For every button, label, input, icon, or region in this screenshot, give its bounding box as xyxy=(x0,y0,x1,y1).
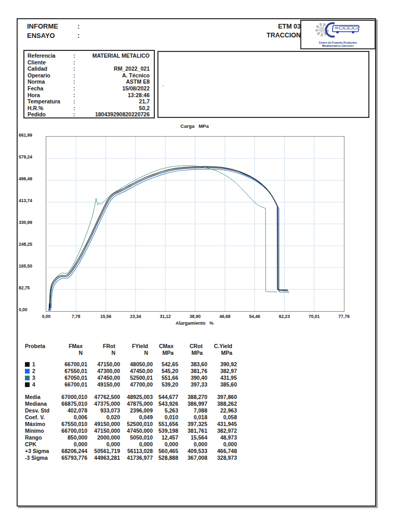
metadata-value: ASTM E8 xyxy=(81,78,150,85)
stats-value-cell: 466,748 xyxy=(193,448,237,455)
metadata-label: Cliente xyxy=(28,59,73,66)
metadata-colon: : xyxy=(73,92,81,99)
stress-strain-curves xyxy=(46,137,344,311)
company-logo-box: Centro de Fomento Productivo Metalmecáni… xyxy=(300,20,376,49)
stats-value-cell: 0,058 xyxy=(193,414,237,421)
x-tick-label: 38,90 xyxy=(184,314,207,319)
y-tick-label: 413,74 xyxy=(19,198,42,203)
x-tick-label: 31,12 xyxy=(154,314,177,319)
metadata-colon: : xyxy=(73,98,81,105)
results-table: ProbetaFMaxFRotFYieldCMaxCRotC.YieldNNNM… xyxy=(25,343,259,465)
ensayo-colon: : xyxy=(77,32,79,39)
metadata-value: RM_2022_021 xyxy=(81,65,150,72)
results-value-cell: 431,95 xyxy=(193,375,237,381)
metadata-label: H.R.% xyxy=(28,105,73,112)
metadata-value: MATERIAL METALICO xyxy=(81,52,150,59)
metadata-row: Referencia:MATERIAL METALICO xyxy=(28,52,150,59)
chart-title: Carga MPa xyxy=(46,123,343,129)
report-subtitle-row: ENSAYO : xyxy=(27,32,79,39)
report-page: INFORME : ENSAYO : ETM 03 TRACCION Centr… xyxy=(17,18,376,507)
y-tick-label: 661,99 xyxy=(19,132,42,138)
metadata-row: Pedido:180439290820220726 xyxy=(28,111,150,118)
x-tick-label: 0,00 xyxy=(35,314,58,319)
informe-label: INFORME xyxy=(27,22,77,30)
metadata-label: Pedido xyxy=(28,111,73,118)
metadata-label: Temperatura xyxy=(28,98,73,105)
metadata-colon: : xyxy=(73,105,81,112)
legend-swatch xyxy=(25,362,30,367)
metadata-value xyxy=(81,59,150,66)
note-dot: . xyxy=(163,82,164,87)
metadata-colon: : xyxy=(73,85,81,92)
notes-box: . xyxy=(157,51,369,118)
stats-value-cell: 397,860 xyxy=(193,394,237,401)
test-code-block: ETM 03 TRACCION xyxy=(267,22,301,40)
metadata-label: Fecha xyxy=(28,85,73,92)
metadata-colon: : xyxy=(73,59,81,66)
stats-value-cell: 431,945 xyxy=(193,421,237,428)
x-tick-label: 54,46 xyxy=(243,314,266,319)
y-tick-label: 0,00 xyxy=(19,307,42,312)
metadata-value: 180439290820220726 xyxy=(81,111,150,118)
x-tick-label: 23,34 xyxy=(124,314,147,319)
x-tick-label: 15,56 xyxy=(95,314,117,319)
test-name: TRACCION xyxy=(267,31,301,40)
stats-value-cell: 48,973 xyxy=(193,434,237,441)
x-tick-label: 46,68 xyxy=(214,314,236,319)
legend-swatch xyxy=(25,369,30,374)
metadata-value: 13:28:46 xyxy=(81,92,150,99)
y-tick-label: 82,75 xyxy=(19,285,42,290)
metadata-colon: : xyxy=(73,52,81,59)
y-tick-label: 248,25 xyxy=(19,242,42,247)
report-title-row: INFORME : xyxy=(27,22,79,30)
results-header-cell: C.Yield xyxy=(193,343,237,350)
legend-swatch xyxy=(25,382,30,387)
stats-value-cell: 0,000 xyxy=(193,441,237,448)
y-tick-label: 496,49 xyxy=(19,176,42,181)
stats-value-cell: 22,963 xyxy=(193,407,237,414)
metadata-row: Calidad:RM_2022_021 xyxy=(28,65,150,72)
legend-swatch xyxy=(25,376,30,380)
y-tick-label: 330,99 xyxy=(19,220,42,225)
informe-colon: : xyxy=(77,22,79,30)
x-axis-title: Alargamiento % xyxy=(46,321,343,326)
metadata-label: Calidad xyxy=(28,65,73,72)
x-tick-label: 62,23 xyxy=(273,314,296,319)
metadata-row: Cliente: xyxy=(28,59,150,66)
plot-area: 0,007,7815,5623,3431,1238,9046,6854,4662… xyxy=(46,136,344,312)
y-tick-label: 579,24 xyxy=(19,154,42,159)
y-tick-label: 165,50 xyxy=(19,263,42,269)
metadata-label: Norma xyxy=(28,78,73,85)
metadata-colon: : xyxy=(73,111,81,118)
metadata-label: Hora xyxy=(28,92,73,99)
metadata-label: Operario xyxy=(28,72,73,79)
results-value-cell: 390,92 xyxy=(193,361,237,368)
stats-value-cell: 382,972 xyxy=(193,428,237,434)
metadata-value: 15/08/2022 xyxy=(81,85,150,92)
metadata-colon: : xyxy=(73,78,81,85)
x-tick-label: 7,78 xyxy=(64,314,87,319)
metadata-row: Temperatura:21,7 xyxy=(28,98,150,105)
stats-value-cell: 328,973 xyxy=(193,455,237,461)
x-tick-label: 70,01 xyxy=(303,314,326,319)
logo-caption-line2: Metalmecánico Carrocero xyxy=(301,45,375,48)
ensayo-label: ENSAYO xyxy=(27,32,77,39)
results-value-cell: 385,60 xyxy=(193,381,237,388)
metadata-table: Referencia:MATERIAL METALICOCliente:Cali… xyxy=(23,50,155,118)
x-tick-label: 77,79 xyxy=(332,314,355,319)
results-unit-cell: MPa xyxy=(193,350,237,356)
metadata-row: H.R.%:50,2 xyxy=(28,105,150,112)
stats-value-cell: 388,262 xyxy=(193,401,237,407)
metadata-row: Fecha:15/08/2022 xyxy=(28,85,150,92)
metadata-row: Operario:A. Técnico xyxy=(28,72,150,79)
metadata-value: 21,7 xyxy=(81,98,150,105)
metadata-colon: : xyxy=(73,65,81,72)
metadata-label: Referencia xyxy=(28,52,73,59)
test-code: ETM 03 xyxy=(267,22,301,31)
curve-probeta-3 xyxy=(49,166,277,311)
results-value-cell: 382,97 xyxy=(193,368,237,375)
metadata-row: Norma:ASTM E8 xyxy=(28,78,150,85)
metadata-value: A. Técnico xyxy=(81,72,150,79)
metadata-value: 50,2 xyxy=(81,105,150,112)
metadata-colon: : xyxy=(73,72,81,79)
